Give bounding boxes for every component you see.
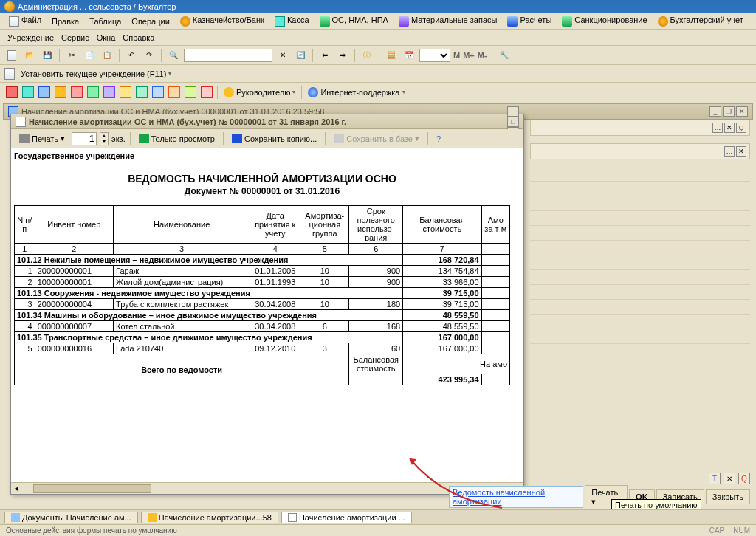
refresh-button[interactable]: 🔄	[293, 48, 308, 63]
shortcut-10[interactable]	[151, 85, 165, 100]
page-icon	[16, 117, 26, 127]
menu-windows[interactable]: Окна	[97, 33, 116, 42]
help-button[interactable]: ?	[433, 132, 444, 145]
list-item[interactable]	[530, 315, 750, 329]
manager-button[interactable]: Руководителю▾	[221, 86, 298, 99]
shortcut-5[interactable]	[69, 85, 84, 100]
forward-button[interactable]: ➡	[335, 48, 350, 63]
scroll-thumb[interactable]	[33, 484, 151, 493]
tab-active[interactable]: Начисление амортизации ...	[281, 512, 412, 523]
t-button[interactable]: T	[709, 473, 721, 484]
list-item[interactable]	[530, 167, 750, 182]
shortcut-3[interactable]	[37, 85, 52, 100]
menu-service[interactable]: Сервис	[61, 33, 89, 42]
copy-button[interactable]: 📄	[82, 48, 97, 63]
menu-cash[interactable]: Касса	[270, 14, 314, 27]
menu-file[interactable]: Файл	[4, 14, 46, 27]
menu-sanction[interactable]: Санкционирование	[557, 14, 651, 27]
menu-edit[interactable]: Правка	[47, 16, 83, 27]
close-button[interactable]: ✕	[736, 106, 748, 117]
dots-button[interactable]: …	[712, 123, 723, 133]
search-button[interactable]: 🔍	[166, 48, 181, 63]
list-item[interactable]	[530, 211, 750, 226]
shortcut-11[interactable]	[167, 85, 182, 100]
list-item[interactable]	[530, 241, 750, 255]
horizontal-scrollbar[interactable]: ◂ ▸	[11, 482, 523, 494]
shortcut-12[interactable]	[183, 85, 198, 100]
list-item[interactable]	[530, 329, 750, 344]
shortcut-2[interactable]	[21, 85, 35, 100]
list-item[interactable]	[530, 270, 750, 285]
list-item[interactable]	[530, 285, 750, 300]
savedb-button[interactable]: Сохранить в базе▾	[330, 131, 423, 145]
x-button[interactable]: ✕	[724, 473, 735, 484]
open-button[interactable]: 📂	[22, 48, 37, 63]
internet-button[interactable]: Интернет-поддержка▾	[305, 86, 408, 99]
cut-button[interactable]: ✂	[64, 48, 79, 63]
wrench-button[interactable]: 🔧	[497, 48, 512, 63]
min-button[interactable]: _	[709, 106, 721, 117]
max-button[interactable]: □	[507, 117, 519, 127]
savedb-label: Сохранить в базе	[346, 134, 413, 143]
copies-spinner[interactable]: ▲▼	[100, 132, 109, 145]
col-bal: Балансовая стоимость	[403, 206, 481, 244]
mminus-label[interactable]: M-	[478, 51, 487, 60]
list-item[interactable]	[530, 255, 750, 270]
close-button[interactable]: Закрыть	[706, 489, 750, 504]
col-date: Дата принятия к учету	[250, 206, 300, 244]
clear-button[interactable]: ✕	[724, 123, 735, 133]
menu-materials[interactable]: Материальные запасы	[394, 14, 502, 27]
dots-button[interactable]: …	[724, 146, 735, 157]
mplus-label[interactable]: M+	[463, 51, 475, 60]
q-button[interactable]: Q	[738, 473, 750, 484]
restore-button[interactable]: ❐	[723, 106, 735, 117]
calc-button[interactable]: 🧮	[384, 48, 399, 63]
min-button[interactable]: _	[507, 106, 519, 117]
shortcut-1[interactable]	[4, 85, 19, 100]
save-button[interactable]: 💾	[40, 48, 55, 63]
calendar-button[interactable]: 📅	[402, 48, 416, 63]
tab-doc58[interactable]: Начисление амортизации...58	[141, 512, 278, 523]
menu-table[interactable]: Таблица	[85, 16, 126, 27]
shortcut-8[interactable]	[118, 85, 133, 100]
list-item[interactable]	[530, 226, 750, 241]
shortcut-9[interactable]	[134, 85, 149, 100]
standard-toolbar: 📂 💾 ✂ 📄 📋 ↶ ↷ 🔍 ✕ 🔄 ⬅ ➡ ⓘ 🧮 📅 M M+ M- 🔧	[0, 46, 756, 65]
copies-input[interactable]	[72, 132, 97, 145]
shortcut-13[interactable]	[199, 85, 214, 100]
clear-search-button[interactable]: ✕	[275, 48, 290, 63]
shortcut-6[interactable]	[86, 85, 100, 100]
menu-calc[interactable]: Расчеты	[503, 14, 556, 27]
clear-button[interactable]: ✕	[736, 146, 746, 157]
m-label[interactable]: M	[453, 51, 460, 60]
doc-icon	[4, 68, 15, 80]
shortcuts-toolbar: Руководителю▾ Интернет-поддержка▾	[0, 83, 756, 102]
set-institution-button[interactable]: Установить текущее учреждение (F11)▾	[18, 68, 174, 80]
redo-button[interactable]: ↷	[142, 48, 157, 63]
list-item[interactable]	[530, 196, 750, 211]
print-button[interactable]: Печать▾	[16, 131, 69, 145]
paste-button[interactable]: 📋	[100, 48, 114, 63]
menu-operations[interactable]: Операции	[127, 16, 173, 27]
list-item[interactable]	[530, 300, 750, 315]
list-item[interactable]	[530, 182, 750, 196]
menu-institution[interactable]: Учреждение	[7, 33, 54, 42]
undo-button[interactable]: ↶	[124, 48, 139, 63]
help-button[interactable]: ⓘ	[360, 48, 374, 63]
search-input[interactable]	[184, 49, 272, 62]
new-button[interactable]	[4, 48, 19, 63]
savecopy-button[interactable]: Сохранить копию...	[228, 132, 320, 145]
shortcut-7[interactable]	[102, 85, 117, 100]
menu-operations-label: Операции	[131, 17, 169, 26]
more-button[interactable]: Q	[736, 123, 746, 133]
viewonly-button[interactable]: Только просмотр	[135, 132, 219, 145]
shortcut-4[interactable]	[53, 85, 68, 100]
report-link[interactable]: Ведомость начисленной амортизации	[449, 486, 583, 508]
zoom-select[interactable]	[419, 49, 450, 62]
menu-accounting[interactable]: Бухгалтерский учет	[653, 14, 748, 27]
menu-os[interactable]: ОС, НМА, НПА	[315, 14, 393, 27]
menu-help[interactable]: Справка	[123, 33, 154, 42]
menu-treasury[interactable]: Казначейство/Банк	[176, 14, 269, 27]
back-button[interactable]: ⬅	[317, 48, 332, 63]
tab-documents[interactable]: Документы Начисление ам...	[4, 512, 138, 523]
